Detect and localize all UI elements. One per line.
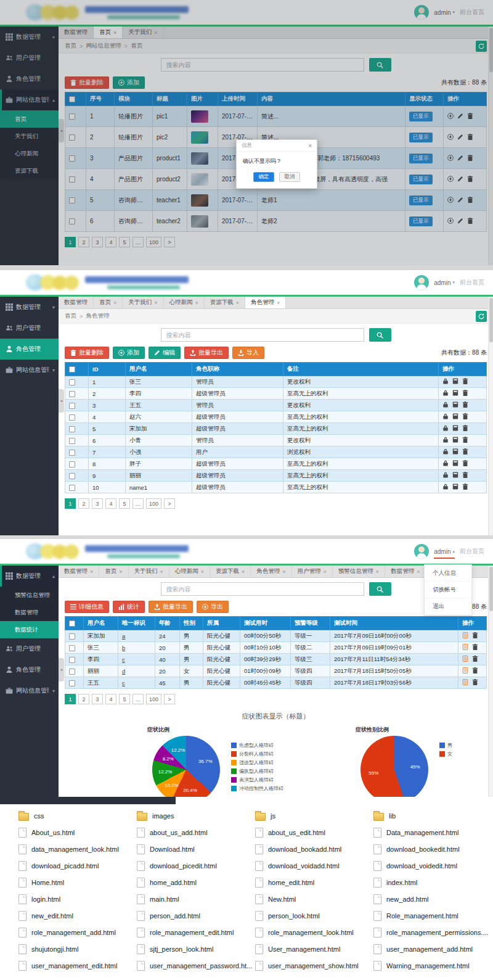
refresh-button[interactable]	[476, 311, 487, 322]
row-checkbox[interactable]	[69, 379, 75, 385]
file-item[interactable]: About_us.html	[18, 827, 137, 838]
file-item[interactable]: role_management_edit.html	[137, 927, 255, 938]
lock-icon[interactable]	[442, 413, 449, 419]
file-item[interactable]: new_edit.html	[18, 910, 137, 921]
scrollbar[interactable]	[488, 566, 493, 797]
sidebar-item-3[interactable]: 网站信息管理▾	[0, 680, 59, 701]
tab-0[interactable]: 数据管理×	[59, 566, 99, 577]
tab-4[interactable]: 资源下载×	[205, 297, 245, 308]
row-checkbox[interactable]	[69, 473, 75, 479]
search-button[interactable]	[369, 328, 391, 342]
lock-icon[interactable]	[442, 390, 449, 396]
doc-icon[interactable]	[462, 667, 468, 673]
lock-icon[interactable]	[442, 401, 449, 408]
search-button[interactable]	[369, 582, 391, 596]
page-button[interactable]: 5	[119, 694, 130, 704]
doc-icon[interactable]	[462, 632, 468, 638]
row-checkbox[interactable]	[69, 669, 75, 675]
tab-2[interactable]: 关于我们×	[129, 566, 169, 577]
user-menu-trigger[interactable]: admin▴	[434, 548, 455, 559]
breadcrumb-item[interactable]: 首页	[65, 312, 76, 320]
folder-item[interactable]: css	[18, 810, 137, 821]
trash-icon[interactable]	[462, 378, 468, 384]
tab-3[interactable]: 心理新闻×	[164, 297, 205, 308]
select-all-checkbox[interactable]	[69, 620, 75, 627]
row-checkbox[interactable]	[69, 645, 75, 651]
next-page-button[interactable]: >	[164, 498, 175, 509]
lock-icon[interactable]	[442, 425, 449, 431]
close-icon[interactable]: ×	[308, 142, 312, 149]
page-button[interactable]: 1	[65, 498, 76, 509]
toolbar-button-3[interactable]: 批量导出	[184, 347, 229, 359]
sidebar-item-2[interactable]: 角色管理	[0, 339, 59, 360]
close-icon[interactable]: ×	[324, 569, 327, 575]
close-icon[interactable]: ×	[154, 300, 157, 306]
trash-icon[interactable]	[462, 425, 468, 431]
front-home-link[interactable]: 前台首页	[460, 278, 484, 287]
legend-item[interactable]: 冲动控制性人格障碍	[231, 785, 283, 792]
tab-0[interactable]: 数据管理	[59, 297, 94, 308]
close-icon[interactable]: ×	[160, 569, 163, 575]
search-input[interactable]	[161, 328, 364, 342]
file-item[interactable]: Home.html	[18, 877, 137, 888]
tab-5[interactable]: 角色管理×	[251, 566, 291, 577]
legend-item[interactable]: 表演型人格障碍	[231, 776, 283, 783]
file-item[interactable]: home_edit.html	[255, 877, 373, 888]
cancel-button[interactable]: 取消	[279, 172, 300, 182]
book-icon[interactable]	[452, 425, 458, 431]
close-icon[interactable]: ×	[195, 300, 198, 306]
sidebar-collapse-handle[interactable]: ◂	[59, 389, 64, 413]
row-checkbox[interactable]	[69, 657, 75, 663]
page-button[interactable]: 3	[92, 694, 103, 704]
next-page-button[interactable]: >	[164, 694, 175, 704]
close-icon[interactable]: ×	[277, 300, 280, 306]
close-icon[interactable]: ×	[417, 569, 420, 575]
toolbar-button-2[interactable]: 批量导出	[149, 601, 193, 613]
tab-3[interactable]: 心理新闻×	[169, 566, 210, 577]
close-icon[interactable]: ×	[201, 569, 204, 575]
close-icon[interactable]: ×	[236, 300, 239, 306]
sidebar-collapse-handle[interactable]: ◂	[59, 658, 64, 681]
tab-6[interactable]: 用户管理×	[292, 566, 333, 577]
toolbar-button-2[interactable]: 编辑	[149, 347, 181, 359]
tab-2[interactable]: 关于我们×	[123, 297, 163, 308]
file-item[interactable]: User_management.html	[255, 944, 373, 955]
file-item[interactable]: download_voidedit.html	[373, 860, 492, 871]
page-button[interactable]: 2	[78, 498, 89, 509]
toolbar-button-4[interactable]: 导入	[232, 347, 264, 359]
lock-icon[interactable]	[442, 378, 449, 384]
file-item[interactable]: about_us_add.html	[137, 827, 255, 838]
legend-item[interactable]: 偏执型人格障碍	[231, 768, 283, 775]
row-checkbox[interactable]	[69, 426, 75, 432]
page-button[interactable]: 5	[119, 498, 130, 509]
trash-icon[interactable]	[472, 667, 478, 673]
file-item[interactable]: sjtj_person_look.html	[137, 944, 255, 955]
uid-link[interactable]: d	[122, 668, 125, 675]
book-icon[interactable]	[452, 401, 458, 408]
file-item[interactable]: main.html	[137, 894, 255, 905]
folder-item[interactable]: js	[255, 810, 373, 821]
scrollbar-thumb[interactable]	[489, 298, 493, 342]
file-item[interactable]: download_bookadd.html	[255, 844, 373, 855]
uid-link[interactable]: b	[122, 644, 125, 651]
tab-8[interactable]: 数据管理×	[385, 566, 426, 577]
row-checkbox[interactable]	[69, 633, 75, 640]
toolbar-button-1[interactable]: 统计	[113, 601, 145, 613]
trash-icon[interactable]	[472, 644, 478, 650]
sidebar-item-0[interactable]: 数据管理▾	[0, 297, 59, 318]
row-checkbox[interactable]	[69, 403, 75, 409]
front-home-link[interactable]: 前台首页	[460, 547, 484, 556]
book-icon[interactable]	[452, 413, 458, 419]
book-icon[interactable]	[452, 460, 458, 466]
trash-icon[interactable]	[462, 413, 468, 419]
sidebar-item-1[interactable]: 用户管理	[0, 638, 59, 659]
legend-item[interactable]: 强迫型人格障碍	[231, 759, 283, 766]
file-item[interactable]: user_management_show.html	[255, 960, 373, 971]
select-all-checkbox[interactable]	[69, 366, 75, 373]
book-icon[interactable]	[452, 390, 458, 396]
book-icon[interactable]	[452, 484, 458, 490]
tab-1[interactable]: 首页×	[94, 297, 123, 308]
legend-item[interactable]: 分裂样人格障碍	[231, 751, 283, 757]
user-menu-item-2[interactable]: 退出	[425, 598, 471, 615]
uid-link[interactable]: c	[122, 656, 125, 663]
